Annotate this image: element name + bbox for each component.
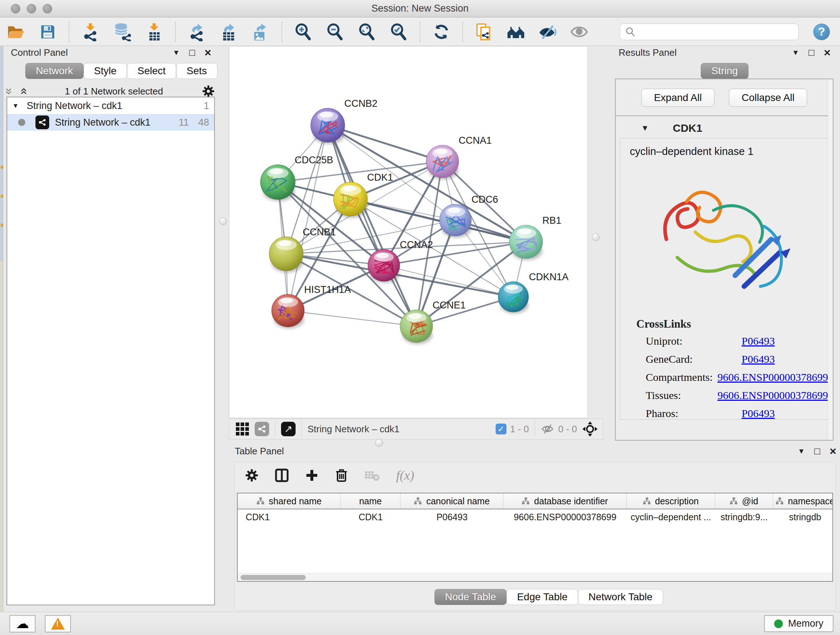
import-table-from-file-button[interactable]: [144, 22, 164, 42]
gene-expand-icon[interactable]: ▼: [641, 124, 649, 133]
close-panel-icon[interactable]: ×: [829, 445, 836, 458]
export-table-button[interactable]: [219, 22, 238, 42]
table-settings-gear-icon[interactable]: [245, 469, 259, 482]
results-scrollbar[interactable]: [828, 79, 833, 440]
export-network-button[interactable]: [187, 22, 207, 42]
panel-menu-icon[interactable]: ▼: [792, 49, 799, 57]
node-CDK1[interactable]: [333, 182, 368, 218]
splitter-handle[interactable]: [592, 233, 600, 241]
crosslink-row: Pharos: P06493: [621, 404, 828, 423]
crosslink-link[interactable]: P06493: [742, 407, 775, 420]
zoom-fit-button[interactable]: [357, 22, 377, 42]
tab-style[interactable]: Style: [84, 63, 127, 79]
show-columns-icon[interactable]: [275, 468, 289, 483]
column-header[interactable]: namespace: [773, 494, 833, 509]
open-session-button[interactable]: [6, 22, 26, 42]
import-network-from-database-button[interactable]: [112, 22, 132, 42]
close-panel-icon[interactable]: ×: [824, 46, 831, 59]
birdseye-crosshair-icon[interactable]: [582, 421, 598, 437]
edge-CCNB2-CCNA1[interactable]: [328, 125, 442, 162]
grid-mode-icon[interactable]: [236, 423, 249, 435]
delete-column-trash-icon[interactable]: [335, 468, 348, 483]
node-CCNE1[interactable]: [400, 310, 433, 344]
tab-network-table[interactable]: Network Table: [578, 589, 663, 605]
first-neighbors-button[interactable]: [506, 22, 526, 42]
string-view-icon[interactable]: [255, 422, 269, 436]
panel-menu-icon[interactable]: ▼: [172, 49, 180, 57]
node-CCNA1[interactable]: [426, 145, 459, 180]
add-column-icon[interactable]: [305, 469, 319, 482]
clone-network-button[interactable]: [474, 22, 494, 42]
float-panel-icon[interactable]: □: [808, 47, 814, 58]
toolbar-separator: [420, 22, 420, 42]
node-CCNB1[interactable]: [269, 237, 303, 272]
table-horizontal-scrollbar[interactable]: [238, 573, 832, 581]
zoom-in-button[interactable]: [294, 22, 313, 42]
expand-all-button[interactable]: Expand All: [641, 89, 714, 107]
node-CCNA2[interactable]: [368, 249, 400, 283]
zoom-fit-icon: [357, 22, 376, 41]
network-canvas[interactable]: CCNB2CCNA1CDC25BCDK1CDC6RB1CCNB1CCNA2CDK…: [229, 46, 588, 418]
column-header[interactable]: shared name: [238, 494, 341, 509]
tab-select[interactable]: Select: [127, 63, 176, 79]
float-panel-icon[interactable]: □: [814, 446, 820, 457]
crosslink-link[interactable]: P06493: [742, 335, 775, 347]
float-panel-icon[interactable]: □: [189, 47, 195, 58]
collection-label: String Network – cdk1: [27, 100, 122, 111]
table-row[interactable]: CDK1 CDK1 P06493 9606.ENSP00000378699 cy…: [238, 509, 832, 524]
zoom-selected-button[interactable]: [389, 22, 409, 42]
collection-expand-icon[interactable]: ▼: [12, 102, 19, 110]
close-panel-icon[interactable]: ×: [204, 46, 211, 59]
memory-button[interactable]: Memory: [764, 615, 834, 632]
crosslink-link[interactable]: P06493: [742, 353, 775, 365]
scrollbar-thumb[interactable]: [240, 575, 306, 580]
search-input[interactable]: [639, 27, 791, 37]
title-bar: Session: New Session: [0, 0, 840, 17]
tab-sets[interactable]: Sets: [176, 63, 218, 79]
edge-HIST1H1A-CCNE1[interactable]: [288, 310, 416, 326]
tab-network[interactable]: Network: [25, 63, 84, 79]
tab-edge-table[interactable]: Edge Table: [507, 589, 578, 605]
save-session-button[interactable]: [38, 22, 57, 42]
node-CDC25B[interactable]: [261, 165, 295, 201]
edge-CCNA2-CDKN1A[interactable]: [384, 265, 513, 297]
node-HIST1H1A[interactable]: [272, 295, 304, 329]
crosslink-label: Compartments:: [646, 371, 717, 383]
warnings-button[interactable]: [45, 615, 71, 632]
collapse-all-button[interactable]: Collapse All: [729, 89, 807, 107]
column-header[interactable]: name: [341, 494, 401, 509]
node-CCNB2[interactable]: [311, 108, 345, 144]
network-row[interactable]: String Network – cdk1 11 48: [7, 114, 214, 131]
show-all-button[interactable]: [570, 22, 589, 42]
tab-string[interactable]: String: [701, 63, 748, 79]
import-network-from-file-button[interactable]: [81, 22, 100, 42]
column-header[interactable]: description: [627, 494, 715, 509]
tab-node-table[interactable]: Node Table: [434, 589, 507, 605]
node-CDC6[interactable]: [439, 204, 471, 238]
gear-icon[interactable]: [202, 85, 215, 98]
column-header[interactable]: database identifier: [504, 494, 627, 509]
string-network-graph[interactable]: CCNB2CCNA1CDC25BCDK1CDC6RB1CCNB1CCNA2CDK…: [229, 46, 587, 418]
crosslink-link[interactable]: 9606.ENSP00000378699: [717, 371, 828, 383]
splitter-handle[interactable]: [219, 217, 227, 225]
column-header[interactable]: canonical name: [401, 494, 504, 509]
cloud-services-button[interactable]: ☁: [9, 615, 35, 632]
apply-preferred-layout-button[interactable]: [431, 22, 451, 42]
gene-details: cyclin–dependent kinase 1 CrossLinks Uni…: [620, 138, 829, 420]
hide-selection-button[interactable]: [538, 22, 557, 42]
export-image-button[interactable]: [251, 22, 270, 42]
zoom-selected-icon: [389, 22, 408, 41]
selected-checkbox-icon[interactable]: ✓: [496, 424, 507, 434]
node-RB1[interactable]: [509, 225, 543, 260]
crosslink-row: Uniprot: P06493: [621, 332, 828, 350]
help-button[interactable]: ?: [813, 24, 830, 40]
crosslink-link[interactable]: 9606.ENSP00000378699: [717, 389, 828, 402]
panel-menu-icon[interactable]: ▼: [798, 447, 805, 455]
node-CDKN1A[interactable]: [498, 282, 529, 314]
edge-CCNB2-HIST1H1A[interactable]: [288, 125, 328, 310]
edge-CCNB2-CCNE1[interactable]: [328, 125, 416, 326]
network-collection-row[interactable]: ▼ String Network – cdk1 1: [7, 97, 214, 114]
detach-view-icon[interactable]: ↗: [281, 422, 295, 436]
column-header[interactable]: @id: [715, 494, 773, 509]
zoom-out-button[interactable]: [325, 22, 345, 42]
